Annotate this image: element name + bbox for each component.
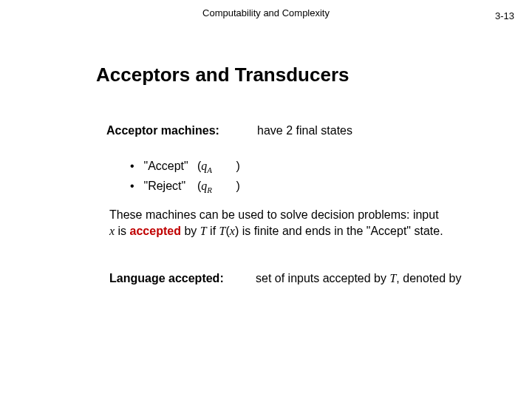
explanation-paragraph: These machines can be used to solve deci… <box>109 207 443 239</box>
text: These machines can be used to solve deci… <box>109 208 439 221</box>
var-x: x <box>230 225 235 237</box>
q-subscript: R <box>207 185 212 194</box>
accepted-word: accepted <box>130 225 181 237</box>
text: , denoted by <box>396 272 461 284</box>
acceptor-desc: have 2 final states <box>257 124 352 137</box>
bullet-icon: • <box>130 178 140 194</box>
language-desc: set of inputs accepted by T, denoted by <box>256 272 461 285</box>
course-header: Computability and Complexity <box>0 7 532 18</box>
text: is finite and ends in the "Accept" state… <box>239 225 443 237</box>
bullet-icon: • <box>130 158 140 174</box>
list-item: • "Accept" (qA ) <box>130 158 240 178</box>
state-name: "Accept" <box>143 158 194 174</box>
paren-close: ) <box>215 178 239 194</box>
bullet-list: • "Accept" (qA ) • "Reject" (qR ) <box>130 158 240 198</box>
slide: Computability and Complexity 3-13 Accept… <box>0 0 532 399</box>
q-subscript: A <box>207 166 212 174</box>
var-T: T <box>200 225 207 237</box>
list-item: • "Reject" (qR ) <box>130 178 240 198</box>
paren-close: ) <box>215 158 239 174</box>
text: if <box>207 225 219 237</box>
language-label: Language accepted: <box>109 272 224 285</box>
page-number: 3-13 <box>495 10 514 21</box>
acceptor-label: Acceptor machines: <box>106 124 219 137</box>
text: set of inputs accepted by <box>256 272 389 284</box>
state-name: "Reject" <box>143 178 194 194</box>
text: by <box>181 225 200 237</box>
text: is <box>115 225 129 237</box>
slide-title: Acceptors and Transducers <box>96 64 349 86</box>
